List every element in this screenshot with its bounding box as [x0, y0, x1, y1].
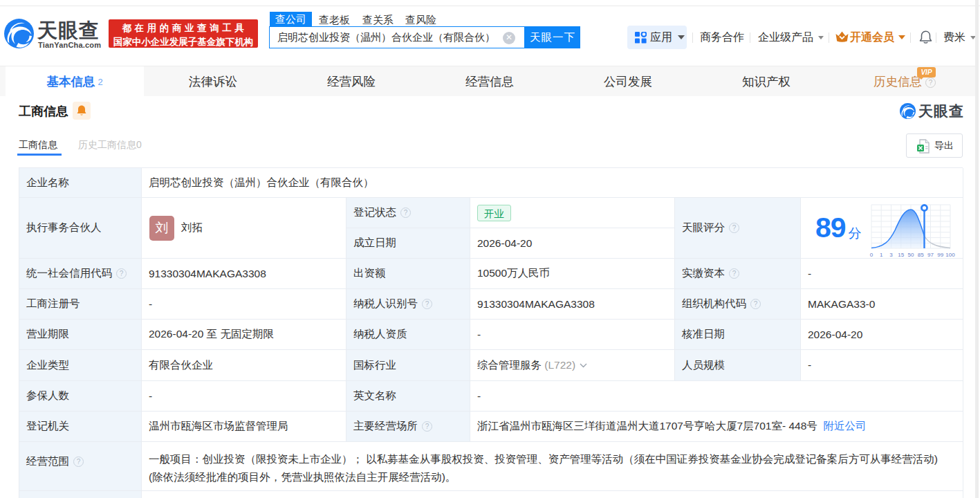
svg-text:97: 97 [927, 252, 934, 258]
svg-text:3: 3 [889, 252, 893, 258]
svg-text:85: 85 [918, 252, 924, 258]
svg-text:100: 100 [945, 252, 955, 258]
svg-text:1: 1 [880, 252, 883, 258]
svg-text:99: 99 [937, 252, 943, 258]
svg-text:15: 15 [898, 252, 904, 258]
svg-text:50: 50 [908, 252, 914, 258]
svg-text:0: 0 [870, 252, 873, 258]
